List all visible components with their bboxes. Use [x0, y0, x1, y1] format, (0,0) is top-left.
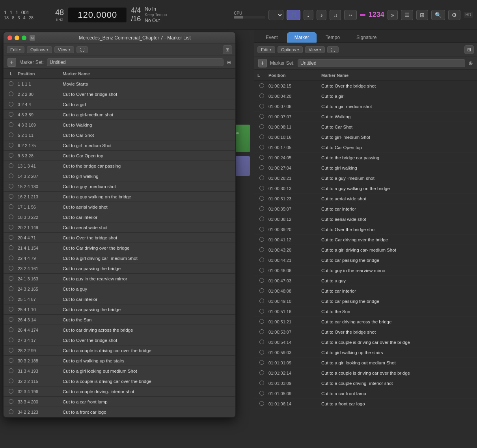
search-button[interactable]: 🔍 — [431, 10, 445, 20]
left-marker-row[interactable]: 6 2 2 175 Cut to girl- medium Shot — [4, 140, 235, 151]
right-view-button[interactable]: View ▾ — [305, 46, 325, 53]
filter-button[interactable]: ⛶ — [76, 46, 88, 53]
right-marker-row[interactable]: 01:00:17:05 Cut to Car Open top — [254, 142, 477, 153]
left-marker-row[interactable]: 32 2 2 115 Cut to a couple is driving ca… — [4, 376, 235, 386]
close-button[interactable] — [7, 35, 12, 40]
arrow-button[interactable]: ↔ — [344, 10, 357, 20]
left-marker-row[interactable]: 20 2 1 149 Cut to aerial wide shot — [4, 222, 235, 233]
left-marker-row[interactable]: 33 3 4 200 Cut to a car front lamp — [4, 397, 235, 407]
left-marker-row[interactable]: 25 4 1 10 Cut to car passing the bridge — [4, 304, 235, 315]
right-marker-row[interactable]: 01:01:06:14 Cut to a front car logo — [254, 399, 477, 409]
right-marker-row[interactable]: 01:00:47:03 Cut to a guy — [254, 276, 477, 286]
right-marker-row[interactable]: 01:00:31:23 Cut to aerial wide shot — [254, 194, 477, 204]
right-marker-set-dropdown[interactable]: ⊕ — [468, 60, 473, 66]
list-view-button[interactable]: ☰ — [401, 10, 413, 20]
maximize-button[interactable] — [22, 35, 26, 40]
right-marker-row[interactable]: 01:00:27:04 Cut to girl walking — [254, 163, 477, 173]
left-marker-row[interactable]: 9 3 3 28 Cut to Car Open top — [4, 151, 235, 161]
right-marker-row[interactable]: 01:00:30:13 Cut to a guy walking on the … — [254, 183, 477, 194]
right-options-button[interactable]: Options ▾ — [278, 46, 303, 53]
right-marker-row[interactable]: 01:00:08:11 Cut to Car Shot — [254, 122, 477, 132]
left-marker-row[interactable]: 32 3 4 196 Cut to a couple driving- inte… — [4, 386, 235, 397]
tab-marker[interactable]: Marker — [287, 32, 317, 43]
right-filter-button[interactable]: ⛶ — [327, 46, 339, 53]
right-marker-row[interactable]: 01:00:07:06 Cut to a girl-medium shot — [254, 101, 477, 112]
left-marker-row[interactable]: 13 1 3 41 Cut to the bridge car passing — [4, 161, 235, 171]
options-button[interactable]: Options ▾ — [27, 46, 52, 53]
right-add-marker-button[interactable]: + — [258, 59, 267, 67]
left-marker-row[interactable]: 28 2 2 99 Cut to a couple is driving car… — [4, 345, 235, 356]
right-marker-row[interactable]: 01:00:48:08 Cut to car interior — [254, 286, 477, 296]
left-marker-row[interactable]: 4 3 3 89 Cut to a girl-medium shot — [4, 110, 235, 120]
metronome-button[interactable]: 🎵 — [287, 10, 300, 20]
right-marker-row[interactable]: 01:00:24:05 Cut to the bridge car passin… — [254, 153, 477, 163]
settings-button[interactable]: ⚙ — [448, 10, 460, 20]
left-marker-row[interactable]: 17 1 1 56 Cut to aerial wide shot — [4, 202, 235, 212]
right-marker-row[interactable]: 01:00:35:07 Cut to car interior — [254, 204, 477, 214]
view-button[interactable]: View ▾ — [54, 46, 74, 53]
minimize-button[interactable] — [15, 35, 19, 40]
left-marker-row[interactable]: 1 1 1 1 Movie Starts — [4, 79, 235, 89]
left-marker-row[interactable]: 20 4 4 71 Cut to Over the bridge shot — [4, 233, 235, 243]
right-grid-button[interactable]: ⊞ — [464, 45, 474, 54]
right-marker-row[interactable]: 01:00:51:16 Cut to the Sun — [254, 306, 477, 317]
left-marker-row[interactable]: 25 1 4 87 Cut to car interior — [4, 294, 235, 304]
tempo-display[interactable]: 120.0000 — [68, 7, 127, 23]
add-marker-button[interactable]: + — [7, 58, 16, 67]
left-marker-row[interactable]: 24 1 3 163 Cut to guy in the rearview mi… — [4, 274, 235, 284]
left-marker-row[interactable]: 26 4 4 174 Cut to car driving across the… — [4, 325, 235, 335]
right-edit-button[interactable]: Edit ▾ — [257, 46, 275, 53]
right-marker-row[interactable]: 01:00:10:16 Cut to girl- medium Shot — [254, 132, 477, 142]
right-marker-row[interactable]: 01:01:01:09 Cut to a girl looking out me… — [254, 358, 477, 368]
right-marker-row[interactable]: 01:00:51:21 Cut to car driving across th… — [254, 317, 477, 327]
left-marker-list[interactable]: 1 1 1 1 Movie Starts 2 2 2 80 Cut to Ove… — [4, 79, 235, 417]
more-button[interactable]: » — [388, 10, 398, 20]
right-marker-row[interactable]: 01:00:02:15 Cut to Over the bridge shot — [254, 81, 477, 91]
left-marker-row[interactable]: 22 4 4 79 Cut to a girl driving car- med… — [4, 253, 235, 263]
right-marker-row[interactable]: 01:01:03:09 Cut to a couple driving- int… — [254, 378, 477, 388]
left-marker-row[interactable]: 23 2 4 161 Cut to car passing the bridge — [4, 263, 235, 274]
right-marker-row[interactable]: 01:00:41:12 Cut to Car driving over the … — [254, 235, 477, 245]
right-marker-row[interactable]: 01:01:02:14 Cut to a couple is driving c… — [254, 368, 477, 378]
right-marker-row[interactable]: 01:00:39:20 Cut to Over the bridge shot — [254, 224, 477, 235]
right-marker-row[interactable]: 01:00:07:07 Cut to Walking — [254, 112, 477, 122]
right-marker-row[interactable]: 01:00:46:06 Cut to guy in the rearview m… — [254, 265, 477, 276]
right-marker-set-select[interactable]: Untitled — [298, 59, 465, 67]
right-marker-row[interactable]: 01:00:28:21 Cut to a guy -medium shot — [254, 173, 477, 183]
left-marker-row[interactable]: 34 2 2 123 Cut to a front car logo — [4, 407, 235, 417]
right-marker-row[interactable]: 01:00:44:21 Cut to car passing the bridg… — [254, 255, 477, 265]
tab-event[interactable]: Event — [258, 32, 285, 43]
tab-signature[interactable]: Signature — [349, 32, 384, 43]
right-marker-row[interactable]: 01:00:49:10 Cut to car passing the bridg… — [254, 296, 477, 306]
marker-set-select[interactable]: Untitled — [47, 58, 224, 66]
left-marker-row[interactable]: 30 3 2 188 Cut to girl walking up the st… — [4, 356, 235, 366]
left-marker-row[interactable]: 26 4 3 14 Cut to the Sun — [4, 315, 235, 325]
grid-view-button[interactable]: ⊞ — [416, 10, 428, 20]
left-marker-row[interactable]: 5 2 1 11 Cut to Car Shot — [4, 130, 235, 140]
left-marker-row[interactable]: 27 3 4 17 Cut to Over the bridge shot — [4, 335, 235, 345]
left-marker-row[interactable]: 16 2 1 213 Cut to a guy walking on the b… — [4, 192, 235, 202]
left-marker-row[interactable]: 15 2 4 130 Cut to a guy -medium shot — [4, 181, 235, 192]
left-marker-row[interactable]: 31 3 4 193 Cut to a girl looking out med… — [4, 366, 235, 376]
right-marker-row[interactable]: 01:00:54:14 Cut to a couple is driving c… — [254, 337, 477, 347]
grid-icon-button[interactable]: ⊞ — [223, 45, 232, 54]
right-marker-row[interactable]: 01:00:43:20 Cut to a girl driving car- m… — [254, 245, 477, 255]
midi-button[interactable]: ♩ — [304, 10, 313, 20]
marker-set-dropdown[interactable]: ⊕ — [227, 59, 231, 65]
right-marker-list[interactable]: 01:00:02:15 Cut to Over the bridge shot … — [254, 81, 477, 448]
note-button[interactable]: ♫ — [330, 10, 341, 20]
right-marker-row[interactable]: 01:01:05:09 Cut to a car front lamp — [254, 388, 477, 399]
output-selector[interactable] — [268, 10, 283, 20]
right-marker-row[interactable]: 01:00:04:20 Cut to a girl — [254, 91, 477, 101]
right-marker-row[interactable]: 01:00:38:12 Cut to aerial wide shot — [254, 214, 477, 224]
midi-out-button[interactable]: ♪ — [317, 10, 326, 20]
left-marker-row[interactable]: 2 2 2 80 Cut to Over the bridge shot — [4, 89, 235, 99]
right-marker-row[interactable]: 01:00:59:03 Cut to girl walking up the s… — [254, 347, 477, 358]
left-marker-row[interactable]: 21 4 1 154 Cut to Car driving over the b… — [4, 243, 235, 253]
right-marker-row[interactable]: 01:00:53:07 Cut to Over the bridge shot — [254, 327, 477, 337]
left-marker-row[interactable]: 14 3 2 207 Cut to girl walking — [4, 171, 235, 181]
tab-tempo[interactable]: Tempo — [318, 32, 347, 43]
left-marker-row[interactable]: 4 3 3 169 Cut to Walking — [4, 120, 235, 130]
left-marker-row[interactable]: 18 3 3 222 Cut to car interior — [4, 212, 235, 222]
edit-button[interactable]: Edit ▾ — [7, 46, 24, 53]
